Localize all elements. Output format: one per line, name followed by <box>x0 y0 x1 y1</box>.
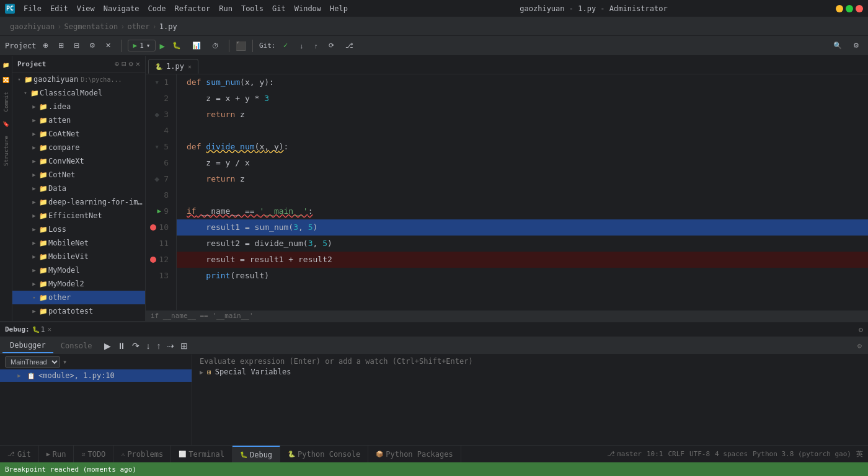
bottom-tab-problems[interactable]: ⚠ Problems <box>113 446 171 463</box>
breadcrumb-other[interactable]: other <box>127 22 149 31</box>
tree-item-deep1[interactable]: ▶ 📁 deep-learning-for-image <box>12 195 145 209</box>
debug-step-over-btn[interactable]: ↷ <box>130 340 142 352</box>
minimize-button[interactable] <box>836 5 843 12</box>
sidebar-icon-git[interactable]: 🔀 <box>1 73 11 87</box>
menu-window[interactable]: Window <box>291 3 325 14</box>
sync-button[interactable]: ⊞ <box>55 40 68 51</box>
settings-action[interactable]: ⚙ <box>129 60 133 68</box>
sidebar-icon-structure[interactable]: Structure <box>2 132 11 170</box>
tree-item-classicalmodel[interactable]: ▾ 📁 ClassicalModel <box>12 86 145 100</box>
debug-frames-btn[interactable]: ⊞ <box>178 340 190 352</box>
breadcrumb-root[interactable]: gaozhiyuan <box>10 22 55 31</box>
debugger-tab[interactable]: Debugger <box>2 338 53 353</box>
run-button[interactable]: ▶ <box>159 41 164 51</box>
tree-item-idea[interactable]: ▶ 📁 .idea <box>12 100 145 113</box>
git-update-button[interactable]: ↓ <box>296 40 307 51</box>
debug-run-to-cursor-btn[interactable]: ⇢ <box>164 340 177 352</box>
line-ending-status[interactable]: CRLF <box>668 450 684 458</box>
bottom-tab-debug[interactable]: 🐛 Debug <box>232 446 280 463</box>
bottom-tab-terminal[interactable]: ⬜ Terminal <box>171 446 232 463</box>
git-check-button[interactable]: ✓ <box>279 40 292 51</box>
run-config[interactable]: ▶ 1 ▾ <box>128 40 156 51</box>
menu-code[interactable]: Code <box>144 3 170 14</box>
debug-close[interactable]: ✕ <box>47 325 51 333</box>
line-col-status[interactable]: 10:1 <box>647 450 663 458</box>
tree-item-potatotest[interactable]: ▶ 📁 potatotest <box>12 304 145 318</box>
collapse-button[interactable]: ⊟ <box>70 40 83 51</box>
debug-eval-input[interactable] <box>195 357 866 366</box>
menu-git[interactable]: Git <box>268 3 290 14</box>
collapse-all-button[interactable]: ⊟ <box>122 60 126 68</box>
bottom-tab-python-console[interactable]: 🐍 Python Console <box>280 446 368 463</box>
tab-1py[interactable]: 🐍 1.py ✕ <box>148 59 198 74</box>
menu-view[interactable]: View <box>73 3 99 14</box>
menu-help[interactable]: Help <box>326 3 352 14</box>
debug-step-out-btn[interactable]: ↑ <box>154 340 163 352</box>
git-history-button[interactable]: ⟳ <box>325 40 338 51</box>
file-encoding-status[interactable]: UTF-8 <box>689 450 710 458</box>
thread-select[interactable]: MainThread <box>5 356 60 368</box>
tree-item-mobilenet[interactable]: ▶ 📁 MobileNet <box>12 236 145 250</box>
special-vars-item[interactable]: ▶ ⊞ Special Variables <box>195 366 866 378</box>
tree-item-mymodel[interactable]: ▶ 📁 MyModel <box>12 263 145 277</box>
eval-field[interactable] <box>200 357 861 366</box>
breakpoint-12[interactable] <box>150 257 156 263</box>
tree-item-data[interactable]: ▶ 📁 Data <box>12 182 145 195</box>
search-button[interactable]: 🔍 <box>830 40 846 51</box>
coverage-button[interactable]: 📊 <box>188 40 205 51</box>
indent-status[interactable]: 4 spaces <box>715 450 748 458</box>
sidebar-icon-commit[interactable]: Commit <box>2 88 11 116</box>
sidebar-icon-bookmarks[interactable]: 🔖 <box>1 117 11 131</box>
expand-all-button[interactable]: ⊕ <box>115 60 119 68</box>
breadcrumb-segmentation[interactable]: Segmentation <box>64 22 118 31</box>
ime-status[interactable]: 英 <box>856 449 863 459</box>
git-push-button[interactable]: ↑ <box>311 40 322 51</box>
new-button[interactable]: ⊕ <box>39 40 52 51</box>
sidebar-icon-project[interactable]: 📁 <box>1 58 11 72</box>
tab-close-button[interactable]: ✕ <box>188 63 192 70</box>
console-tab[interactable]: Console <box>53 339 100 353</box>
debug-resume-btn[interactable]: ▶ <box>102 340 113 352</box>
menu-tools[interactable]: Tools <box>237 3 267 14</box>
settings-gear[interactable]: ⚙ <box>849 40 863 51</box>
bottom-tab-python-packages[interactable]: 📦 Python Packages <box>368 446 461 463</box>
menu-edit[interactable]: Edit <box>46 3 72 14</box>
debug-settings[interactable]: ⚙ <box>859 325 863 334</box>
python-version-status[interactable]: Python 3.8 (pytorch gao) <box>753 450 851 458</box>
tree-item-atten[interactable]: ▶ 📁 atten <box>12 113 145 127</box>
tree-item-cotnet[interactable]: ▶ 📁 CotNet <box>12 168 145 182</box>
bottom-tab-run[interactable]: ▶ Run <box>39 446 74 463</box>
bottom-tab-git[interactable]: ⎇ Git <box>0 446 39 463</box>
stack-frame-module[interactable]: ▶ 📋 <module>, 1.py:10 <box>0 369 192 382</box>
tree-item-mymodel2[interactable]: ▶ 📁 MyModel2 <box>12 277 145 291</box>
menu-run[interactable]: Run <box>215 3 236 14</box>
close-button[interactable] <box>856 5 863 12</box>
debug-panel-settings[interactable]: ⚙ <box>854 340 866 351</box>
close-tree-button[interactable]: ✕ <box>136 60 140 68</box>
tree-root[interactable]: ▾ 📁 gaozhiyuan D:\pycha... <box>12 73 145 86</box>
code-content[interactable]: def sum_num(x, y): z = x + y * 3 return … <box>177 74 868 310</box>
menu-file[interactable]: File <box>20 3 45 14</box>
stop-button[interactable]: ⬛ <box>236 41 246 51</box>
tree-item-convnext[interactable]: ▶ 📁 ConvNeXt <box>12 154 145 168</box>
debug-run-button[interactable]: 🐛 <box>169 40 185 51</box>
close-panel-button[interactable]: ✕ <box>102 40 115 51</box>
tree-item-mobilevit[interactable]: ▶ 📁 MobileVit <box>12 250 145 263</box>
breakpoint-10[interactable] <box>150 224 156 231</box>
settings-button[interactable]: ⚙ <box>86 40 99 51</box>
git-branch-status[interactable]: ⎇ master <box>607 450 642 458</box>
tree-item-loss[interactable]: ▶ 📁 Loss <box>12 223 145 236</box>
tree-item-coatnet[interactable]: ▶ 📁 CoAtNet <box>12 127 145 141</box>
tree-item-other[interactable]: ▾ 📁 other <box>12 291 145 304</box>
tree-item-efficientnet[interactable]: ▶ 📁 EfficientNet <box>12 209 145 223</box>
git-branch-button[interactable]: ⎇ <box>342 40 357 51</box>
bottom-tab-todo[interactable]: ☑ TODO <box>74 446 113 463</box>
menu-refactor[interactable]: Refactor <box>170 3 214 14</box>
menu-bar[interactable]: File Edit View Navigate Code Refactor Ru… <box>20 3 352 14</box>
tree-item-compare[interactable]: ▶ 📁 compare <box>12 141 145 154</box>
debug-pause-btn[interactable]: ⏸ <box>115 340 128 352</box>
maximize-button[interactable] <box>846 5 853 12</box>
breadcrumb-file[interactable]: 1.py <box>159 22 177 31</box>
profile-button[interactable]: ⏱ <box>208 40 223 51</box>
debug-step-into-btn[interactable]: ↓ <box>143 340 153 352</box>
